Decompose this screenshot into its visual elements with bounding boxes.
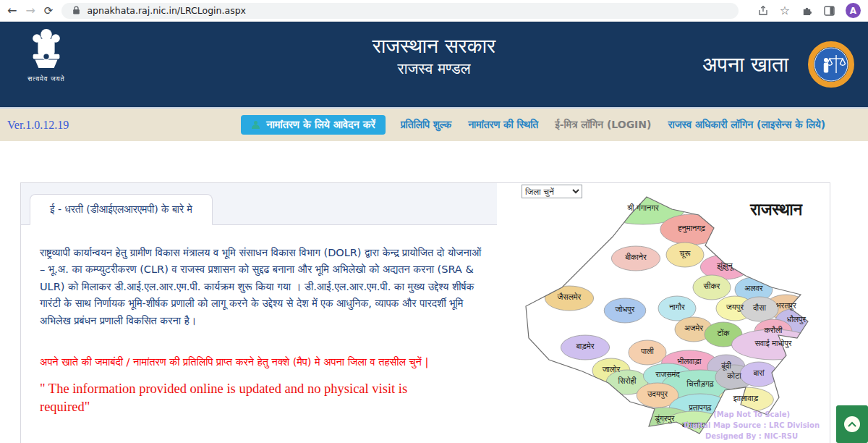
site-header: सत्यमेव जयते राजस्थान सरकार राजस्व मण्डल…: [0, 22, 868, 109]
map-district-label[interactable]: बीकानेर: [624, 252, 647, 262]
map-district-label[interactable]: टोंक: [717, 328, 731, 338]
map-district-label[interactable]: भरतपुर: [776, 301, 796, 311]
map-attribution-line: Digital Map Source : LRC Division: [684, 420, 820, 431]
nav-link-revenue-officer-login[interactable]: राजस्व अधिकारी लॉगिन (लाइसेन्स के लिये): [668, 119, 825, 131]
map-district-label[interactable]: बूंदी: [720, 361, 731, 371]
map-attribution: (Map Not To Scale) Digital Map Source : …: [684, 409, 820, 442]
notice-hindi: अपने खाते की जमाबंदी / नामांतरण की प्रति…: [40, 356, 487, 368]
map-district-label[interactable]: चूरू: [679, 249, 692, 258]
map-district-label[interactable]: भीलवाड़ा: [677, 357, 702, 366]
map-district-label[interactable]: झुंझुनू: [716, 261, 734, 271]
side-panel-icon[interactable]: [823, 5, 835, 17]
map-district-label[interactable]: बारां: [752, 368, 765, 378]
nav-link-mutation-status[interactable]: नामांतरण की स्थिति: [468, 119, 538, 131]
content-panel: ई - धरती (डीआईएलआरएमपी) के बारे मे राष्ट…: [20, 182, 830, 443]
map-district-label[interactable]: राजसमंद: [655, 370, 680, 379]
notice-english: " The information provided online is upd…: [40, 380, 459, 416]
map-district-label[interactable]: हनुमानगढ़: [677, 224, 706, 233]
map-district-label[interactable]: अजमेर: [684, 323, 703, 333]
map-district-label[interactable]: डूंगरपुर: [654, 414, 675, 423]
version-label: Ver.1.0.12.19: [7, 119, 69, 132]
map-attribution-line: Designed By : NIC-RSU: [684, 431, 820, 442]
back-icon[interactable]: ←: [7, 5, 17, 17]
nav-link-emitra-login[interactable]: ई-मित्र लॉगिन (LOGIN): [555, 119, 651, 131]
map-district-label[interactable]: सिरोही: [618, 376, 637, 386]
browser-profile-avatar[interactable]: A: [846, 3, 861, 18]
share-icon[interactable]: [757, 5, 769, 17]
main-navigation: Ver.1.0.12.19 नामांतरण के लिये आवेदन करे…: [0, 109, 868, 141]
map-district-label[interactable]: झालावाड़: [733, 394, 759, 403]
lock-icon: [70, 5, 82, 17]
map-district-label[interactable]: दौसा: [752, 303, 766, 313]
scroll-to-top-button[interactable]: [836, 405, 868, 443]
tab-about-edharti[interactable]: ई - धरती (डीआईएलआरएमपी) के बारे मे: [30, 194, 213, 225]
info-column: ई - धरती (डीआईएलआरएमपी) के बारे मे राष्ट…: [21, 183, 497, 443]
dilrmp-description: राष्ट्रव्यापी कार्यान्वयन हेतु ग्रामीण व…: [40, 245, 487, 329]
map-column: जिला चुनें राजस्थान श्री गंगानगरहनुमानगढ…: [497, 183, 830, 443]
map-district-label[interactable]: करौली: [763, 325, 783, 335]
map-district-label[interactable]: नागौर: [668, 302, 685, 312]
address-bar[interactable]: apnakhata.raj.nic.in/LRCLogin.aspx: [61, 3, 738, 19]
tab-strip: ई - धरती (डीआईएलआरएमपी) के बारे मे: [21, 183, 497, 225]
map-district-label[interactable]: चित्तौड़गढ़: [686, 379, 715, 389]
map-district-label[interactable]: जैसलमेर: [557, 292, 582, 302]
map-district-label[interactable]: श्री गंगानगर: [626, 203, 659, 213]
rajasthan-district-map[interactable]: श्री गंगानगरहनुमानगढ़बीकानेरचूरूझुंझुनूस…: [520, 193, 831, 439]
map-district-label[interactable]: बाड़मेर: [575, 341, 594, 351]
map-district-label[interactable]: जयपुर: [726, 303, 744, 312]
department-seal-icon: [807, 41, 855, 88]
chevron-up-icon: [844, 416, 860, 432]
map-district-label[interactable]: उदयपुर: [647, 389, 668, 399]
nav-link-copy-fee[interactable]: प्रतिलिपि शुल्क: [401, 119, 451, 131]
map-district-label[interactable]: जोधपुर: [615, 304, 635, 314]
person-icon: [251, 121, 260, 130]
apply-mutation-label: नामांतरण के लिये आवेदन करें: [266, 119, 375, 131]
forward-icon[interactable]: →: [25, 5, 35, 17]
map-district-label[interactable]: धौलपुर: [787, 314, 806, 324]
map-district-label[interactable]: अलवर: [744, 284, 763, 293]
browser-toolbar: ← → ⟳ apnakhata.raj.nic.in/LRCLogin.aspx…: [0, 0, 868, 22]
map-district-label[interactable]: सवाई माधोपुर: [754, 338, 791, 348]
map-district-label[interactable]: जालोर: [602, 364, 621, 374]
map-district-label[interactable]: सीकर: [703, 282, 720, 291]
map-district-label[interactable]: कोटा: [726, 371, 741, 381]
app-title: अपना खाता: [702, 52, 788, 77]
map-attribution-line: (Map Not To Scale): [684, 409, 820, 420]
bookmark-star-icon[interactable]: ☆: [780, 4, 790, 17]
extensions-puzzle-icon[interactable]: [801, 5, 812, 17]
reload-icon[interactable]: ⟳: [44, 4, 54, 17]
apply-mutation-button[interactable]: नामांतरण के लिये आवेदन करें: [241, 115, 386, 135]
map-district-label[interactable]: पाली: [640, 347, 654, 356]
url-text: apnakhata.raj.nic.in/LRCLogin.aspx: [87, 5, 246, 16]
